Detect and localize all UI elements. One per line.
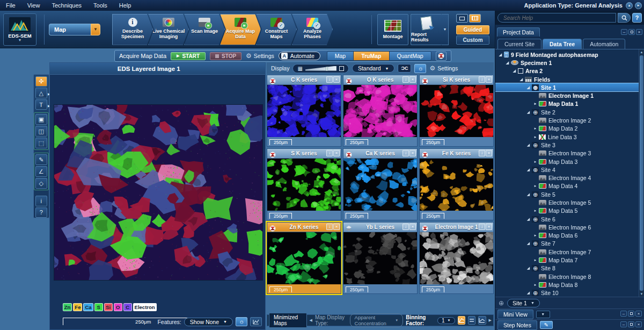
ribbon-options-button[interactable]: ▸ [635, 2, 642, 9]
tree-expander-icon[interactable]: ▸ [532, 102, 538, 106]
tree-expander-icon[interactable]: ◢ [525, 291, 531, 295]
mode-tab-quantmap[interactable]: QuantMap [390, 52, 431, 60]
tree-item-electron-image-7[interactable]: Electron Image 7 [495, 248, 644, 256]
restore-button[interactable] [628, 29, 635, 35]
search-help-input[interactable] [503, 15, 616, 21]
thumbnail-size-slider[interactable]: ▦ [292, 64, 348, 73]
tree-item-site-10[interactable]: ◢Site 10 [495, 289, 644, 297]
legend-chip-si[interactable]: Si [104, 303, 113, 311]
edit-notes-button[interactable]: ✎ [540, 321, 553, 329]
ellipse-region-tool-button[interactable]: ◫ [35, 126, 47, 137]
tree-item-line-data-3[interactable]: ▸Line Data 3 [495, 133, 644, 141]
text-annotation-tool-button[interactable]: T▶ [35, 99, 47, 110]
tree-expander-icon[interactable]: ▸ [532, 283, 538, 287]
tree-expander-icon[interactable]: ▸ [532, 160, 538, 164]
features-dropdown[interactable]: Show None▼ [184, 318, 233, 326]
workflow-step-describe-specimen[interactable]: iDescribe Specimen [112, 14, 153, 45]
workflow-step-construct-maps[interactable]: Construct Maps [256, 14, 297, 45]
guided-mode-button[interactable]: Guided [456, 25, 489, 34]
restore-button[interactable] [628, 321, 634, 327]
map-tile-electron-image-1[interactable]: Electron Image 1↓×250μm [419, 222, 494, 294]
minimize-button[interactable]: – [620, 311, 627, 317]
marker-tool-button[interactable]: △▶ [35, 88, 47, 98]
tree-expander-icon[interactable]: ◢ [525, 266, 531, 270]
tree-expander-icon[interactable]: ▸ [532, 209, 538, 213]
step-notes-tab[interactable]: Step Notes [497, 320, 537, 330]
map-display-type-dropdown[interactable]: Apparent Concentration▼ [350, 313, 404, 327]
element-maps-button[interactable] [436, 52, 447, 61]
mini-view-tab[interactable]: Mini View [497, 310, 533, 319]
search-help-field[interactable] [497, 13, 616, 23]
close-map-button[interactable]: × [486, 150, 492, 156]
automate-button[interactable]: AAutomate [279, 52, 320, 60]
tree-item-map-data-5[interactable]: ▸Map Data 5 [495, 207, 644, 215]
help-button[interactable]: ? [632, 13, 642, 23]
tree-item-site-7[interactable]: ◢Site 7 [495, 240, 644, 248]
tree-item-map-data-8[interactable]: ▸Map Data 8 [495, 281, 644, 289]
pencil-tool-button[interactable]: ✎ [35, 154, 47, 165]
line-measure-tool-button[interactable]: ∠ [35, 166, 47, 177]
mini-view-dropdown[interactable]: ▼ [536, 311, 550, 318]
tab-current-site[interactable]: Current Site [497, 39, 541, 49]
minimize-map-button[interactable]: ↓ [326, 224, 333, 230]
workflow-step-live-chemical-imaging[interactable]: Live Chemical Imaging [148, 14, 189, 45]
legend-chip-zn[interactable]: Zn [63, 303, 72, 311]
close-map-button[interactable]: × [409, 224, 416, 230]
legend-chip-c[interactable]: C [123, 303, 132, 311]
tree-item-site-4[interactable]: ◢Site 4 [495, 166, 644, 174]
legend-chip-electron[interactable]: Electron [133, 303, 157, 311]
legend-chip-s[interactable]: S [94, 303, 103, 311]
scale-mode-auto-button[interactable] [458, 316, 465, 325]
brightness-contrast-button[interactable]: ☼ [236, 317, 247, 326]
binning-factor-dropdown[interactable]: 1▼ [437, 317, 455, 324]
start-button[interactable]: ▶START [171, 52, 206, 60]
size-slider-track[interactable] [305, 66, 336, 71]
menu-item-tools[interactable]: Tools [87, 1, 113, 10]
close-map-button[interactable]: × [333, 224, 340, 230]
minimize-map-button[interactable]: ↓ [479, 224, 485, 230]
tab-automation[interactable]: Automation [583, 39, 625, 49]
shape-tool-button[interactable]: ◇ [35, 178, 47, 189]
tree-item-map-data-1[interactable]: ▸Map Data 1 [495, 100, 644, 108]
display-settings-button[interactable]: ⚙Settings [429, 64, 458, 72]
map-tile-ca-k-series[interactable]: Ca K series↓×250μm [343, 148, 418, 220]
menu-item-help[interactable]: Help [113, 1, 137, 10]
tree-item-9-field-montaged-autophasemap[interactable]: ◢9 Field Montaged autophasemap [495, 51, 644, 59]
minimize-map-button[interactable]: ↓ [326, 150, 333, 156]
tree-expander-icon[interactable]: ▸ [532, 126, 538, 131]
tree-expander-icon[interactable]: ◢ [525, 217, 531, 221]
histogram-button[interactable] [250, 317, 262, 326]
map-tile-si-k-series[interactable]: Si K series↓×250μm [419, 75, 494, 147]
tree-expander-icon[interactable]: ▸ [532, 233, 538, 238]
close-map-button[interactable]: × [409, 76, 416, 83]
scroll-up-icon[interactable]: ▲ [639, 49, 644, 55]
pan-tool-button[interactable]: ✣ [35, 76, 47, 87]
tree-item-site-8[interactable]: ◢Site 8 [495, 264, 644, 272]
tree-expander-icon[interactable]: ◢ [497, 53, 503, 57]
tree-expander-icon[interactable]: ◢ [525, 241, 531, 246]
help-tool-button[interactable]: ? [35, 207, 47, 218]
tree-item-area-2[interactable]: ◢Area 2 [495, 67, 644, 75]
tree-item-site-3[interactable]: ◢Site 3 [495, 141, 644, 149]
minimize-map-button[interactable]: ↓ [402, 76, 409, 83]
menu-item-techniques[interactable]: Techniques [46, 1, 87, 10]
tree-expander-icon[interactable]: ▸ [532, 184, 538, 188]
tree-item-electron-image-1[interactable]: Electron Image 1 [495, 91, 644, 99]
tree-item-map-data-7[interactable]: ▸Map Data 7 [495, 256, 644, 264]
minimized-maps-tab[interactable]: Minimized Maps [269, 313, 307, 328]
close-map-button[interactable]: × [333, 150, 340, 156]
tree-item-map-data-3[interactable]: ▸Map Data 3 [495, 157, 644, 166]
scale-mode-fixed-button[interactable] [478, 316, 486, 325]
map-tile-c-k-series[interactable]: C K series↓×250μm [267, 75, 341, 147]
close-map-button[interactable]: × [486, 224, 492, 230]
montage-button[interactable]: Montage [377, 14, 408, 45]
tree-item-map-data-4[interactable]: ▸Map Data 4 [495, 182, 644, 190]
auto-brightness-button[interactable]: ☼ [414, 64, 426, 73]
tree-item-electron-image-2[interactable]: Electron Image 2 [495, 116, 644, 124]
tab-data-tree[interactable]: Data Tree [543, 39, 582, 49]
minimize-map-button[interactable]: ↓ [479, 76, 485, 83]
acquire-settings-button[interactable]: ⚙Settings [246, 52, 274, 60]
legend-chip-ca[interactable]: Ca [83, 303, 93, 311]
mode-tab-trumap[interactable]: TruMap [354, 52, 389, 60]
close-button[interactable]: × [636, 29, 642, 35]
